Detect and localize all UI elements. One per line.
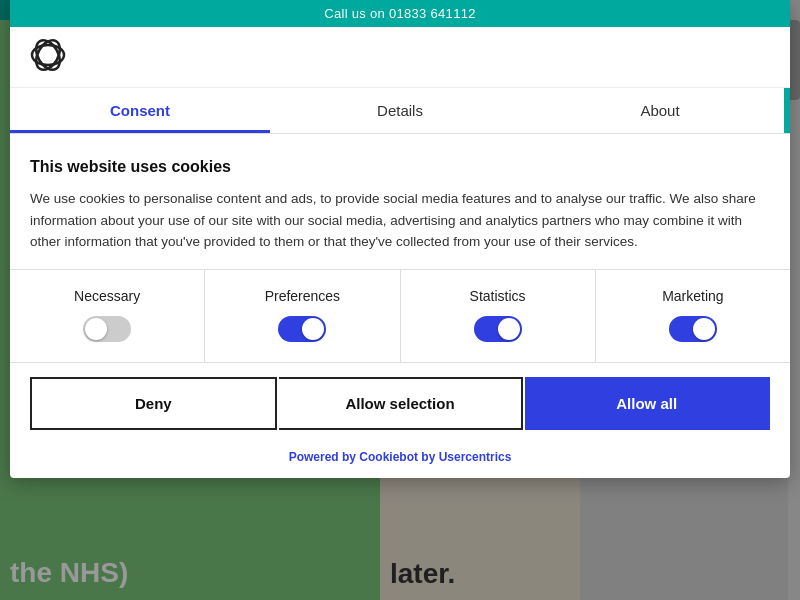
toggle-marketing: Marketing (596, 270, 790, 362)
tabs-container: Consent Details About (10, 88, 790, 134)
logo-icon (30, 37, 66, 73)
toggle-marketing-label: Marketing (662, 288, 723, 304)
tab-details[interactable]: Details (270, 88, 530, 133)
toggle-preferences-switch[interactable] (278, 316, 326, 342)
modal-top-bar-text: Call us on 01833 641112 (324, 6, 475, 21)
tab-about[interactable]: About (530, 88, 790, 133)
toggle-preferences-label: Preferences (265, 288, 340, 304)
toggle-necessary: Necessary (10, 270, 205, 362)
toggle-necessary-switch[interactable] (83, 316, 131, 342)
tab-consent-label: Consent (110, 102, 170, 119)
content-description: We use cookies to personalise content an… (30, 188, 770, 253)
toggle-necessary-label: Necessary (74, 288, 140, 304)
toggles-section: Necessary Preferences Statistics Marketi… (10, 269, 790, 363)
buttons-area: Deny Allow selection Allow all (10, 363, 790, 444)
logo-area (10, 27, 790, 88)
content-area: This website uses cookies We use cookies… (10, 134, 790, 269)
cookie-modal-overlay: Call us on 01833 641112 Consent Details … (0, 0, 800, 600)
tab-consent[interactable]: Consent (10, 88, 270, 133)
toggle-statistics-switch[interactable] (474, 316, 522, 342)
allow-all-button[interactable]: Allow all (525, 377, 770, 430)
svg-point-2 (31, 37, 64, 73)
content-title: This website uses cookies (30, 158, 770, 176)
tab-about-label: About (640, 102, 679, 119)
toggle-preferences: Preferences (205, 270, 400, 362)
modal-top-bar: Call us on 01833 641112 (10, 0, 790, 27)
toggle-statistics-label: Statistics (470, 288, 526, 304)
toggle-marketing-switch[interactable] (669, 316, 717, 342)
cookie-modal: Call us on 01833 641112 Consent Details … (10, 0, 790, 478)
powered-by-brand[interactable]: Cookiebot by Usercentrics (359, 450, 511, 464)
tab-right-accent (784, 88, 790, 133)
powered-by-prefix: Powered by (289, 450, 360, 464)
tab-details-label: Details (377, 102, 423, 119)
powered-by: Powered by Cookiebot by Usercentrics (10, 444, 790, 478)
allow-selection-button[interactable]: Allow selection (279, 377, 524, 430)
deny-button[interactable]: Deny (30, 377, 277, 430)
toggle-statistics: Statistics (401, 270, 596, 362)
